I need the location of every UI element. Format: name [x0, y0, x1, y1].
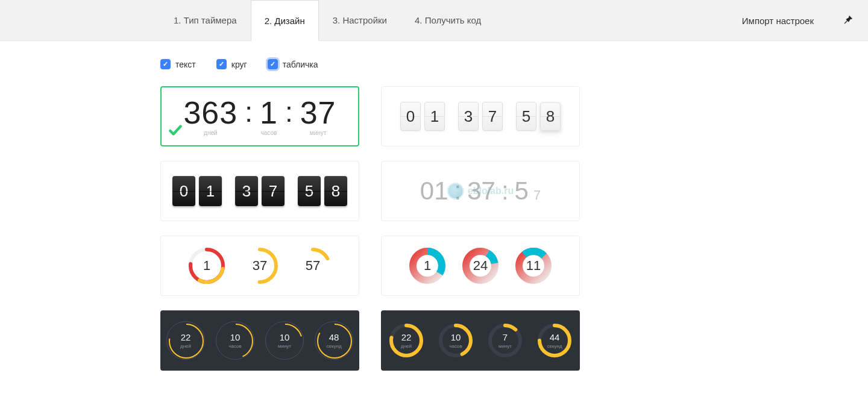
- ring-item: 10часов: [216, 321, 254, 360]
- ring-label: минут: [278, 344, 291, 349]
- ring-value: 11: [514, 246, 553, 285]
- thin-text: 01: 37: 5 7: [420, 177, 541, 206]
- design-flip-light[interactable]: 01 37 58: [381, 86, 580, 146]
- hours-value: 1: [260, 95, 278, 130]
- digit: 1: [199, 176, 222, 206]
- ring-row: 22дней 10часов 7минут 44секунд: [387, 321, 574, 360]
- top-tabs-bar: 1. Тип таймера 2. Дизайн 3. Настройки 4.…: [0, 0, 868, 41]
- tab-timer-type[interactable]: 1. Тип таймера: [160, 0, 251, 40]
- days-label: дней: [183, 130, 237, 136]
- digit: 5: [516, 102, 536, 131]
- ring-item: 22дней: [166, 321, 205, 360]
- ring-value: 24: [461, 246, 500, 285]
- digit: 7: [262, 176, 285, 206]
- ring-item: 24: [461, 246, 500, 285]
- ring-value: 7: [503, 332, 508, 342]
- checkbox-icon: ✓: [216, 59, 227, 69]
- ring-value: 37: [241, 246, 279, 285]
- design-thin-gray[interactable]: eblolab.ru 01: 37: 5 7: [381, 161, 580, 221]
- digit: 8: [540, 102, 561, 131]
- flip-row: 01 37 58: [400, 102, 561, 131]
- flip-row: 01 37 58: [172, 176, 347, 206]
- design-circles-cool[interactable]: 1 24 11: [381, 236, 580, 296]
- ring-item: 44секунд: [535, 321, 574, 360]
- ring-row: 22дней 10часов 10минут 48секунд: [166, 321, 353, 360]
- ring-value: 1: [187, 246, 226, 285]
- ring-value: 10: [230, 332, 241, 342]
- digit: 0: [172, 176, 195, 206]
- design-text-large[interactable]: 363дней : 1часов : 37минут: [160, 86, 359, 146]
- minutes-label: минут: [300, 130, 336, 136]
- timer-text: 363дней : 1часов : 37минут: [183, 97, 336, 136]
- digit: 1: [424, 102, 445, 131]
- tab-get-code[interactable]: 4. Получить код: [401, 0, 495, 40]
- ring-item: 48секунд: [315, 321, 353, 360]
- ring-label: дней: [401, 344, 412, 349]
- filter-tablet[interactable]: ✓ табличка: [268, 59, 318, 69]
- digit: 0: [400, 102, 421, 131]
- ring-value: 57: [294, 246, 332, 285]
- ring-label: секунд: [326, 344, 341, 349]
- check-icon: [168, 122, 183, 140]
- digit: 5: [298, 176, 321, 206]
- digit: 3: [458, 102, 479, 131]
- tab-design[interactable]: 2. Дизайн: [251, 0, 319, 41]
- days-value: 363: [183, 95, 237, 130]
- ring-value: 44: [550, 332, 560, 342]
- ring-item: 7минут: [486, 321, 524, 360]
- ring-label: часов: [228, 344, 241, 349]
- seconds-small: 7: [533, 187, 541, 203]
- design-grid: 363дней : 1часов : 37минут 01 37 58 01 3…: [160, 86, 868, 371]
- ring-item: 10минут: [265, 321, 304, 360]
- filter-circle[interactable]: ✓ круг: [216, 59, 247, 69]
- import-settings-link[interactable]: Импорт настроек: [742, 0, 814, 41]
- checkbox-icon: ✓: [268, 59, 278, 69]
- value: 5: [515, 177, 529, 206]
- ring-item: 22дней: [387, 321, 426, 360]
- value: 37: [467, 177, 495, 206]
- digit: 7: [482, 102, 503, 131]
- ring-value: 22: [181, 332, 191, 342]
- ring-row: 1 24 11: [408, 246, 553, 285]
- design-circles-warm[interactable]: 1 37 57: [160, 236, 359, 296]
- ring-label: минут: [498, 344, 512, 349]
- content-area: ✓ текст ✓ круг ✓ табличка 363дней : 1час…: [0, 41, 868, 407]
- minutes-value: 37: [300, 95, 336, 130]
- ring-value: 1: [408, 246, 447, 285]
- ring-label: часов: [449, 344, 462, 349]
- ring-value: 10: [280, 332, 290, 342]
- design-dark-thin[interactable]: 22дней 10часов 10минут 48секунд: [160, 310, 359, 371]
- hours-label: часов: [260, 130, 278, 136]
- ring-value: 10: [451, 332, 461, 342]
- ring-label: дней: [180, 344, 191, 349]
- filter-label: текст: [175, 60, 196, 69]
- tab-settings[interactable]: 3. Настройки: [319, 0, 401, 40]
- ring-item: 10часов: [436, 321, 475, 360]
- ring-value: 48: [329, 332, 339, 342]
- design-dark-thick[interactable]: 22дней 10часов 7минут 44секунд: [381, 310, 580, 371]
- design-flip-dark[interactable]: 01 37 58: [160, 161, 359, 221]
- value: 01: [420, 177, 448, 206]
- digit: 3: [235, 176, 258, 206]
- filter-label: круг: [231, 60, 247, 69]
- ring-item: 1: [408, 246, 447, 285]
- filter-label: табличка: [283, 60, 318, 69]
- checkbox-icon: ✓: [160, 59, 171, 69]
- ring-item: 11: [514, 246, 553, 285]
- pin-icon[interactable]: [841, 13, 855, 29]
- ring-value: 22: [401, 332, 412, 342]
- filters-row: ✓ текст ✓ круг ✓ табличка: [160, 59, 868, 69]
- ring-row: 1 37 57: [187, 246, 332, 285]
- ring-label: секунд: [547, 344, 562, 349]
- ring-item: 57: [294, 246, 332, 285]
- filter-text[interactable]: ✓ текст: [160, 59, 196, 69]
- ring-item: 1: [187, 246, 226, 285]
- ring-item: 37: [241, 246, 279, 285]
- digit: 8: [324, 176, 347, 206]
